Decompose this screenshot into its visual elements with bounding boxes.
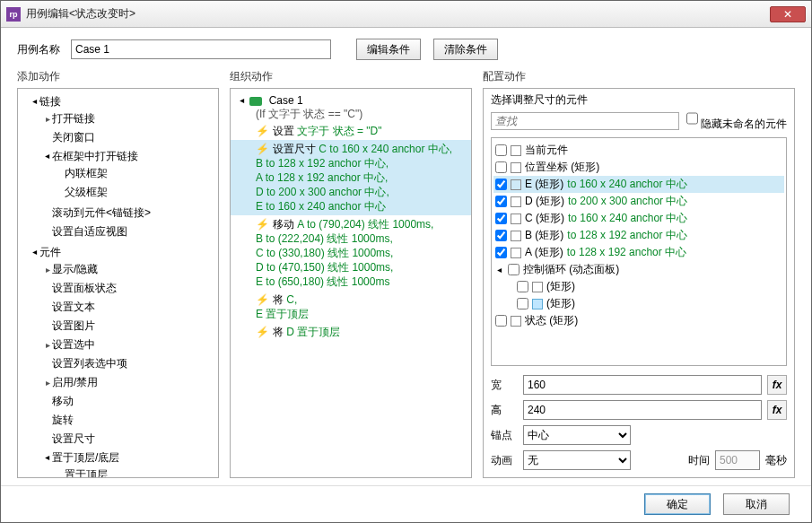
add-actions-header: 添加动作 bbox=[17, 69, 219, 84]
fx-button[interactable]: fx bbox=[767, 400, 787, 420]
item-checkbox[interactable] bbox=[495, 161, 507, 173]
height-label: 高 bbox=[491, 403, 518, 418]
list-item: D (矩形) to 200 x 300 anchor 中心 bbox=[493, 193, 784, 210]
height-input[interactable] bbox=[523, 400, 762, 420]
shape-icon bbox=[532, 282, 543, 292]
tree-caret[interactable] bbox=[31, 95, 39, 108]
tree-scroll-anchor[interactable]: 滚动到元件<锚链接> bbox=[52, 206, 151, 219]
action-set-size[interactable]: ⚡设置尺寸 C to 160 x 240 anchor 中心, B to 128… bbox=[231, 140, 471, 215]
tree-caret[interactable] bbox=[31, 246, 39, 258]
time-label: 时间 bbox=[688, 453, 710, 468]
case-node[interactable]: Case 1 bbox=[269, 94, 303, 107]
action-move[interactable]: ⚡移动 A to (790,204) 线性 1000ms, B to (222,… bbox=[231, 215, 471, 291]
item-checkbox[interactable] bbox=[495, 196, 507, 207]
width-input[interactable] bbox=[523, 375, 762, 395]
action-set-text[interactable]: ⚡设置 文字于 状态 = "D" bbox=[231, 122, 471, 140]
bolt-icon: ⚡ bbox=[256, 293, 269, 306]
tree-caret[interactable] bbox=[43, 150, 52, 162]
tree-close-window[interactable]: 关闭窗口 bbox=[52, 131, 95, 144]
hide-unnamed-toggle[interactable]: 隐藏未命名的元件 bbox=[686, 109, 787, 132]
tree-parent-frame[interactable]: 父级框架 bbox=[65, 186, 108, 198]
item-checkbox[interactable] bbox=[495, 179, 507, 190]
list-item: E (矩形) to 160 x 240 anchor 中心 bbox=[493, 176, 784, 193]
tree-move[interactable]: 移动 bbox=[52, 395, 74, 407]
tree-panel-state[interactable]: 设置面板状态 bbox=[52, 282, 117, 294]
tree-enable-disable[interactable]: 启用/禁用 bbox=[52, 376, 98, 388]
list-item: 位置坐标 (矩形) bbox=[493, 159, 784, 176]
tree-rotate[interactable]: 旋转 bbox=[52, 414, 74, 426]
tree-open-in-frame[interactable]: 在框架中打开链接 bbox=[52, 150, 138, 162]
tree-list-selected[interactable]: 设置列表选中项 bbox=[52, 357, 127, 370]
tree-set-image[interactable]: 设置图片 bbox=[52, 319, 95, 332]
tree-caret[interactable] bbox=[43, 451, 52, 464]
item-checkbox[interactable] bbox=[517, 298, 528, 309]
tree-set-selected[interactable]: 设置选中 bbox=[52, 338, 95, 351]
tree-links[interactable]: 链接 bbox=[39, 95, 61, 108]
item-checkbox[interactable] bbox=[495, 213, 507, 224]
list-item: (矩形) bbox=[493, 295, 784, 312]
widget-list[interactable]: 当前元件 位置坐标 (矩形) E (矩形) to 160 x 240 ancho… bbox=[491, 137, 787, 366]
width-label: 宽 bbox=[491, 378, 518, 393]
time-input bbox=[715, 450, 760, 470]
tree-caret[interactable] bbox=[495, 264, 504, 276]
time-unit: 毫秒 bbox=[765, 453, 787, 468]
close-button[interactable]: ✕ bbox=[770, 6, 806, 22]
list-item: B (矩形) to 128 x 192 anchor 中心 bbox=[493, 227, 784, 244]
item-checkbox[interactable] bbox=[495, 315, 507, 327]
titlebar: rp 用例编辑<状态改变时> ✕ bbox=[1, 1, 811, 28]
tree-caret[interactable] bbox=[43, 263, 52, 275]
tree-set-size[interactable]: 设置尺寸 bbox=[52, 432, 95, 445]
item-checkbox[interactable] bbox=[495, 247, 507, 258]
tree-caret[interactable] bbox=[238, 94, 247, 107]
item-checkbox[interactable] bbox=[508, 264, 520, 275]
shape-icon bbox=[511, 248, 521, 258]
tree-bring-front[interactable]: 置于顶层 bbox=[65, 468, 108, 478]
item-checkbox[interactable] bbox=[495, 144, 507, 156]
tree-set-text[interactable]: 设置文本 bbox=[52, 301, 95, 313]
case-icon bbox=[249, 97, 262, 106]
shape-icon bbox=[511, 214, 521, 224]
configure-actions-header: 配置动作 bbox=[483, 69, 795, 84]
bolt-icon: ⚡ bbox=[256, 143, 269, 155]
shape-icon bbox=[532, 299, 543, 309]
tree-caret[interactable] bbox=[43, 376, 52, 388]
case-condition: (If 文字于 状态 == "C") bbox=[231, 107, 471, 122]
tree-caret[interactable] bbox=[43, 112, 52, 125]
tree-widgets[interactable]: 元件 bbox=[39, 246, 61, 258]
shape-icon bbox=[511, 196, 521, 207]
item-checkbox[interactable] bbox=[495, 230, 507, 241]
list-item: (矩形) bbox=[493, 278, 784, 295]
anchor-select[interactable]: 中心 bbox=[523, 425, 631, 445]
tree-adaptive-view[interactable]: 设置自适应视图 bbox=[52, 225, 127, 238]
tree-caret[interactable] bbox=[43, 338, 52, 351]
ok-button[interactable]: 确定 bbox=[644, 493, 711, 515]
case-name-input[interactable] bbox=[71, 39, 331, 59]
anim-select[interactable]: 无 bbox=[523, 450, 631, 470]
bolt-icon: ⚡ bbox=[256, 125, 269, 137]
select-widgets-label: 选择调整尺寸的元件 bbox=[484, 89, 794, 109]
case-name-row: 用例名称 编辑条件 清除条件 bbox=[1, 28, 811, 64]
list-item: C (矩形) to 160 x 240 anchor 中心 bbox=[493, 210, 784, 227]
list-item: 当前元件 bbox=[493, 142, 784, 159]
bolt-icon: ⚡ bbox=[256, 326, 269, 338]
action-bring-front-1[interactable]: ⚡将 C, E 置于顶层 bbox=[231, 291, 471, 323]
fx-button[interactable]: fx bbox=[767, 375, 787, 395]
tree-open-link[interactable]: 打开链接 bbox=[52, 112, 95, 125]
tree-inline-frame[interactable]: 内联框架 bbox=[65, 167, 108, 179]
tree-zorder[interactable]: 置于顶层/底层 bbox=[52, 451, 119, 464]
search-input[interactable] bbox=[491, 112, 679, 130]
action-bring-front-2[interactable]: ⚡将 D 置于顶层 bbox=[231, 323, 471, 341]
shape-icon bbox=[511, 145, 521, 156]
organize-actions-panel[interactable]: Case 1 (If 文字于 状态 == "C") ⚡设置 文字于 状态 = "… bbox=[230, 88, 472, 478]
clear-condition-button[interactable]: 清除条件 bbox=[433, 39, 498, 60]
tree-show-hide[interactable]: 显示/隐藏 bbox=[52, 263, 98, 275]
item-checkbox[interactable] bbox=[517, 281, 528, 292]
cancel-button[interactable]: 取消 bbox=[723, 493, 790, 515]
configure-panel: 选择调整尺寸的元件 隐藏未命名的元件 当前元件 位置坐标 (矩形) E (矩形)… bbox=[483, 88, 795, 478]
organize-actions-header: 组织动作 bbox=[230, 69, 472, 84]
window-title: 用例编辑<状态改变时> bbox=[26, 6, 770, 22]
list-item: 状态 (矩形) bbox=[493, 312, 784, 329]
add-actions-tree[interactable]: 链接 打开链接 关闭窗口 在框架中打开链接 内联框架 父级框架 滚动到元件<锚链… bbox=[17, 88, 219, 478]
case-name-label: 用例名称 bbox=[17, 42, 60, 57]
edit-condition-button[interactable]: 编辑条件 bbox=[356, 39, 421, 60]
